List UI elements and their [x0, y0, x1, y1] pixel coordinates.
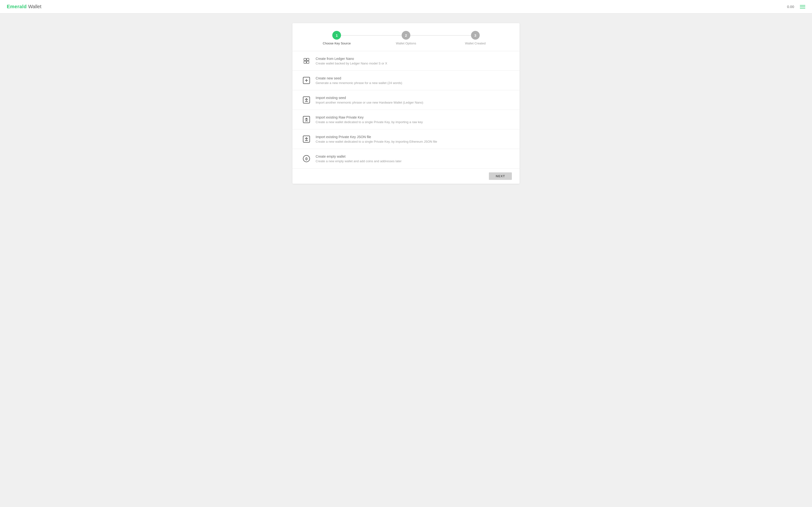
option-import-seed-desc: Import another mnemonic phrase or use ne…	[316, 101, 423, 104]
option-ledger-desc: Create wallet backed by Ledger Nano mode…	[316, 62, 387, 65]
svg-rect-0	[304, 58, 306, 61]
svg-rect-2	[304, 61, 306, 63]
import-json-icon	[302, 135, 311, 144]
header-right: 0.00	[787, 5, 805, 9]
option-ledger-title: Create from Ledger Nano	[316, 57, 387, 61]
step-3-label: Wallet Created	[465, 42, 486, 45]
option-empty-wallet-text: Create empty wallet Create a new empty w…	[316, 155, 402, 163]
option-new-seed-text: Create new seed Generate a new mnemonic …	[316, 76, 402, 85]
options-list: Create from Ledger Nano Create wallet ba…	[292, 51, 520, 168]
option-empty-wallet-desc: Create a new empty wallet and add coins …	[316, 159, 402, 163]
stepper: 1 Choose Key Source 2 Wallet Options 3 W…	[292, 23, 520, 51]
wizard-card: 1 Choose Key Source 2 Wallet Options 3 W…	[292, 23, 520, 184]
import-key-icon	[302, 115, 311, 124]
app-logo: Emerald Wallet	[7, 4, 41, 9]
svg-rect-3	[307, 61, 309, 63]
page-body: 1 Choose Key Source 2 Wallet Options 3 W…	[0, 13, 812, 193]
app-header: Emerald Wallet 0.00	[0, 0, 812, 13]
option-ledger-text: Create from Ledger Nano Create wallet ba…	[316, 57, 387, 65]
step-3-circle: 3	[471, 31, 480, 40]
option-import-json-desc: Create a new wallet dedicated to a singl…	[316, 140, 437, 144]
svg-text:0: 0	[305, 157, 307, 161]
step-2-label: Wallet Options	[396, 42, 416, 45]
option-import-seed-text: Import existing seed Import another mnem…	[316, 96, 423, 104]
next-button[interactable]: NEXT	[489, 172, 512, 180]
logo-wallet: Wallet	[28, 4, 41, 9]
balance-display: 0.00	[787, 5, 794, 9]
option-import-key-text: Import existing Raw Private Key Create a…	[316, 115, 423, 124]
option-import-json-text: Import existing Private Key JSON file Cr…	[316, 135, 437, 144]
empty-wallet-icon: 0	[302, 154, 311, 163]
option-new-seed-desc: Generate a new mnemonic phrase for a new…	[316, 81, 402, 85]
step-2-circle: 2	[402, 31, 410, 40]
ledger-icon	[302, 56, 311, 65]
option-import-key[interactable]: Import existing Raw Private Key Create a…	[292, 110, 520, 129]
option-empty-wallet-title: Create empty wallet	[316, 155, 402, 158]
step-2: 2 Wallet Options	[371, 31, 441, 45]
option-import-seed-title: Import existing seed	[316, 96, 423, 100]
option-new-seed-title: Create new seed	[316, 76, 402, 80]
menu-button[interactable]	[800, 5, 805, 8]
option-ledger[interactable]: Create from Ledger Nano Create wallet ba…	[292, 51, 520, 71]
option-import-json[interactable]: Import existing Private Key JSON file Cr…	[292, 129, 520, 149]
option-empty-wallet[interactable]: 0 Create empty wallet Create a new empty…	[292, 149, 520, 168]
logo-emerald: Emerald	[7, 4, 27, 9]
option-new-seed[interactable]: Create new seed Generate a new mnemonic …	[292, 71, 520, 90]
option-import-seed[interactable]: Import existing seed Import another mnem…	[292, 90, 520, 110]
option-import-key-title: Import existing Raw Private Key	[316, 115, 423, 119]
svg-rect-1	[307, 58, 309, 61]
plus-icon	[302, 76, 311, 85]
step-3: 3 Wallet Created	[441, 31, 510, 45]
step-1-circle: 1	[332, 31, 341, 40]
option-import-json-title: Import existing Private Key JSON file	[316, 135, 437, 139]
import-seed-icon	[302, 96, 311, 104]
step-1: 1 Choose Key Source	[302, 31, 371, 45]
step-1-label: Choose Key Source	[323, 42, 351, 45]
wizard-footer: NEXT	[292, 168, 520, 184]
option-import-key-desc: Create a new wallet dedicated to a singl…	[316, 120, 423, 124]
